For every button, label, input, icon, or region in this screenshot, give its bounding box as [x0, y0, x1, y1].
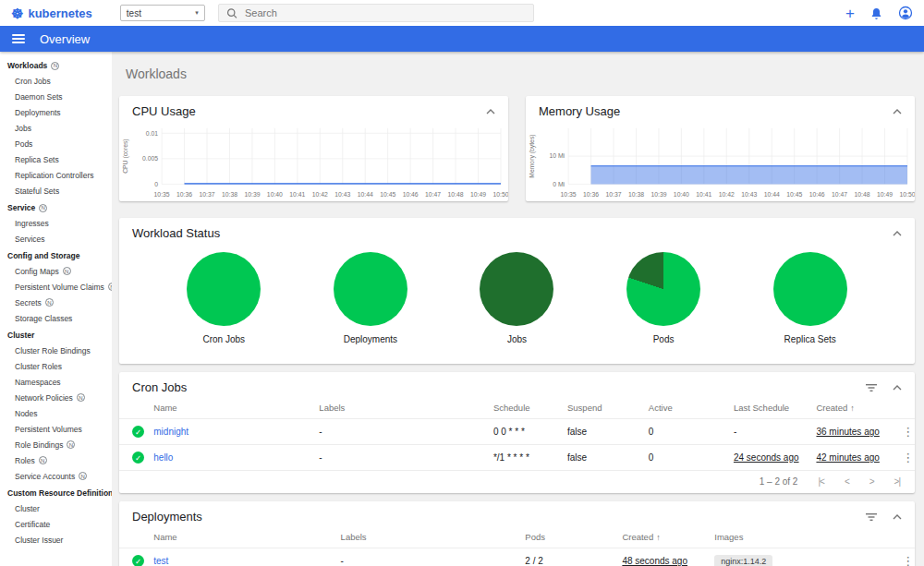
- namespaced-badge: N: [77, 393, 85, 402]
- namespaced-badge: N: [39, 456, 47, 464]
- first-page-icon[interactable]: |<: [818, 476, 823, 487]
- sidebar-item-cron-jobs[interactable]: Cron Jobs: [0, 73, 112, 89]
- create-resource-icon[interactable]: +: [845, 6, 855, 21]
- svg-text:10:44: 10:44: [358, 191, 373, 198]
- sidebar-item-daemon-sets[interactable]: Daemon Sets: [0, 89, 112, 104]
- sidebar-item-storage-classes[interactable]: Storage Classes: [0, 310, 112, 326]
- prev-page-icon[interactable]: <: [845, 476, 849, 487]
- svg-text:Memory (bytes): Memory (bytes): [529, 134, 536, 177]
- menu-icon[interactable]: [12, 34, 25, 43]
- user-account-icon[interactable]: [898, 6, 913, 20]
- sidebar-item-label: Cluster Role Bindings: [15, 346, 91, 355]
- resource-link-hello[interactable]: hello: [153, 452, 173, 463]
- last-page-icon[interactable]: >|: [894, 476, 900, 487]
- svg-text:10:50: 10:50: [492, 191, 508, 198]
- column-header-created[interactable]: Created↑: [614, 526, 707, 548]
- column-header-created[interactable]: Created↑: [808, 397, 891, 419]
- sidebar-item-nodes[interactable]: Nodes: [0, 405, 112, 421]
- kubernetes-brand[interactable]: ☸ kubernetes: [11, 6, 92, 20]
- search-input[interactable]: [245, 7, 526, 18]
- svg-text:10:40: 10:40: [674, 191, 689, 198]
- svg-text:10:43: 10:43: [741, 191, 757, 198]
- sidebar-item-service-accounts[interactable]: Service AccountsN: [0, 468, 112, 484]
- sidebar-item-settings[interactable]: Settings: [0, 560, 112, 566]
- sidebar-item-role-bindings[interactable]: Role BindingsN: [0, 437, 112, 452]
- column-header-last-schedule[interactable]: Last Schedule: [726, 397, 809, 419]
- nav-title: Overview: [40, 32, 90, 46]
- sidebar-item-replica-sets[interactable]: Replica Sets: [0, 151, 112, 167]
- column-header-status: [119, 526, 146, 548]
- sidebar-group-service[interactable]: ServiceN: [0, 199, 112, 215]
- sidebar-item-cluster-role-bindings[interactable]: Cluster Role Bindings: [0, 343, 112, 358]
- sidebar-item-network-policies[interactable]: Network PoliciesN: [0, 390, 112, 405]
- svg-text:10:47: 10:47: [425, 191, 441, 198]
- collapse-icon[interactable]: [893, 514, 902, 520]
- row-menu-icon[interactable]: ⋮: [898, 451, 915, 464]
- sidebar-item-label: Pods: [15, 139, 32, 149]
- sidebar-item-cluster-issuer[interactable]: Cluster Issuer: [0, 532, 112, 548]
- pie-deployments: [334, 252, 407, 326]
- namespace-selector[interactable]: test ▾: [120, 5, 205, 21]
- namespaced-badge: N: [79, 472, 87, 480]
- column-header-actions: [891, 397, 915, 419]
- sidebar-item-namespaces[interactable]: Namespaces: [0, 374, 112, 390]
- sidebar-group-label-text: Cluster: [7, 331, 34, 340]
- column-header-schedule[interactable]: Schedule: [486, 397, 560, 419]
- column-header-pods[interactable]: Pods: [517, 526, 614, 548]
- column-header-images[interactable]: Images: [707, 526, 891, 548]
- sidebar-item-services[interactable]: Services: [0, 231, 112, 247]
- svg-text:10:46: 10:46: [403, 191, 419, 198]
- row-menu-icon[interactable]: ⋮: [898, 425, 915, 439]
- collapse-icon[interactable]: [893, 385, 902, 391]
- sidebar-item-deployments[interactable]: Deployments: [0, 104, 112, 120]
- sidebar-group-workloads[interactable]: WorkloadsN: [0, 56, 112, 73]
- svg-text:10:40: 10:40: [267, 191, 283, 198]
- sidebar-item-persistent-volume-claims[interactable]: Persistent Volume ClaimsN: [0, 279, 112, 295]
- column-header-name[interactable]: Name: [146, 526, 333, 548]
- sidebar-item-label: Daemon Sets: [15, 92, 63, 102]
- column-header-suspend[interactable]: Suspend: [560, 397, 641, 419]
- sidebar-item-pods[interactable]: Pods: [0, 136, 112, 151]
- cpu-usage-title: CPU Usage: [132, 104, 196, 118]
- pie-replica-sets: [773, 252, 847, 326]
- status-ok-icon: ✓: [132, 555, 144, 566]
- collapse-icon[interactable]: [893, 109, 902, 114]
- sidebar-group-label-text: Custom Resource Definitions: [7, 488, 112, 498]
- sidebar-item-ingresses[interactable]: Ingresses: [0, 215, 112, 231]
- collapse-icon[interactable]: [893, 231, 902, 236]
- resource-link-midnight[interactable]: midnight: [153, 427, 188, 437]
- next-page-icon[interactable]: >: [869, 476, 874, 487]
- sidebar-item-secrets[interactable]: SecretsN: [0, 295, 112, 310]
- status-ok-icon: ✓: [132, 426, 144, 438]
- column-header-status: [119, 397, 146, 419]
- sidebar-item-config-maps[interactable]: Config MapsN: [0, 263, 112, 279]
- notifications-icon[interactable]: [869, 6, 883, 20]
- column-header-labels[interactable]: Labels: [311, 397, 486, 419]
- sidebar-group-label-text: Workloads: [7, 61, 47, 70]
- kubernetes-wheel-icon: ☸: [11, 6, 23, 20]
- sidebar-item-label: Secrets: [15, 298, 42, 307]
- sidebar-item-jobs[interactable]: Jobs: [0, 120, 112, 136]
- search-bar[interactable]: [218, 4, 534, 22]
- filter-icon[interactable]: [865, 512, 878, 523]
- collapse-icon[interactable]: [486, 109, 495, 114]
- sidebar-item-certificate[interactable]: Certificate: [0, 516, 112, 532]
- search-icon: [226, 7, 237, 19]
- sidebar-item-roles[interactable]: RolesN: [0, 452, 112, 468]
- filter-icon[interactable]: [865, 382, 878, 393]
- sidebar-item-persistent-volumes[interactable]: Persistent Volumes: [0, 421, 112, 437]
- row-menu-icon[interactable]: ⋮: [898, 554, 915, 566]
- sidebar-item-replication-controllers[interactable]: Replication Controllers: [0, 167, 112, 183]
- workload-status-title: Workload Status: [132, 226, 220, 240]
- column-header-name[interactable]: Name: [146, 397, 311, 419]
- sidebar-item-cluster[interactable]: Cluster: [0, 500, 112, 516]
- namespaced-badge: N: [67, 440, 75, 449]
- column-header-active[interactable]: Active: [641, 397, 726, 419]
- svg-text:10:49: 10:49: [470, 191, 486, 198]
- sidebar-item-stateful-sets[interactable]: Stateful Sets: [0, 183, 112, 199]
- memory-usage-title: Memory Usage: [539, 104, 620, 118]
- column-header-labels[interactable]: Labels: [334, 526, 518, 548]
- workload-status-deployments: Deployments: [334, 252, 407, 344]
- resource-link-test[interactable]: test: [153, 556, 168, 566]
- sidebar-item-cluster-roles[interactable]: Cluster Roles: [0, 358, 112, 374]
